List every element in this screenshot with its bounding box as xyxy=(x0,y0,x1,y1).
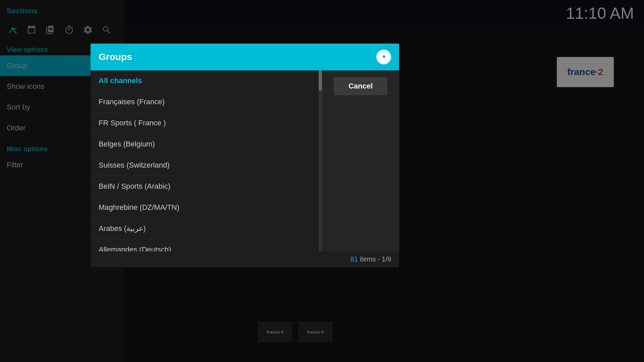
list-item[interactable]: All channels xyxy=(91,70,319,92)
list-item[interactable]: Belges (Belgium) xyxy=(91,134,319,155)
items-count: 81 items - 1/9 xyxy=(351,255,391,263)
kodi-logo[interactable]: ✦ xyxy=(376,50,391,64)
items-count-number: 81 xyxy=(351,255,358,263)
list-item[interactable]: Françaises (France) xyxy=(91,92,319,113)
list-item[interactable]: BeIN / Sports (Arabic) xyxy=(91,176,319,197)
dialog-footer: 81 items - 1/9 xyxy=(91,251,399,267)
dialog-body: All channelsFrançaises (France)FR Sports… xyxy=(91,70,399,251)
list-item[interactable]: Arabes (عربية) xyxy=(91,218,319,239)
list-item[interactable]: Allemandes (Deutsch) xyxy=(91,239,319,251)
groups-dialog: Groups ✦ All channelsFrançaises (France)… xyxy=(91,44,399,267)
items-count-label: items - 1/9 xyxy=(360,255,391,263)
dialog-header: Groups ✦ xyxy=(91,44,399,70)
kodi-logo-icon: ✦ xyxy=(381,53,386,61)
scroll-thumb[interactable] xyxy=(319,70,322,90)
list-item[interactable]: Suisses (Switzerland) xyxy=(91,155,319,176)
right-panel: Cancel xyxy=(322,70,399,251)
scroll-track xyxy=(319,70,322,251)
cancel-button[interactable]: Cancel xyxy=(334,77,387,95)
dialog-title: Groups xyxy=(99,52,132,62)
list-item[interactable]: FR Sports ( France ) xyxy=(91,113,319,134)
list-item[interactable]: Maghrebine (DZ/MA/TN) xyxy=(91,197,319,218)
channel-list[interactable]: All channelsFrançaises (France)FR Sports… xyxy=(91,70,319,251)
